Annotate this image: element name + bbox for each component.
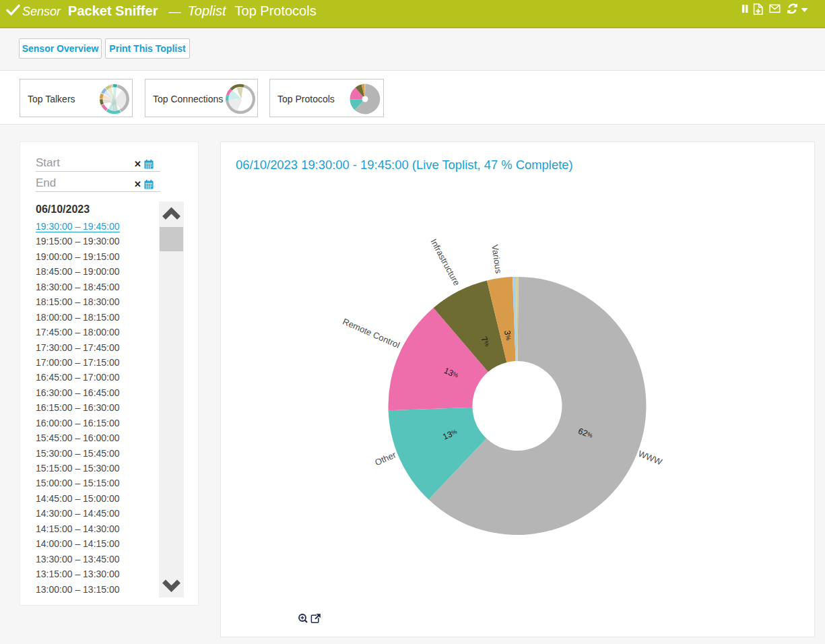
- svg-text:WWW: WWW: [637, 449, 664, 468]
- svg-text:Infrastructure: Infrastructure: [428, 237, 462, 287]
- svg-text:Various: Various: [490, 244, 504, 274]
- svg-text:Remote Control: Remote Control: [341, 316, 401, 350]
- svg-text:Other: Other: [373, 449, 397, 468]
